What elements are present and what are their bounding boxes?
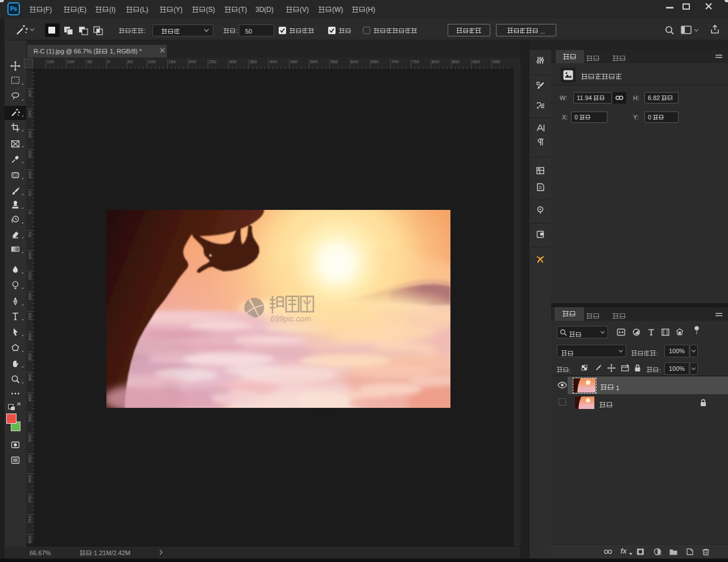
svg-text:699pic.com: 699pic.com: [270, 314, 312, 323]
